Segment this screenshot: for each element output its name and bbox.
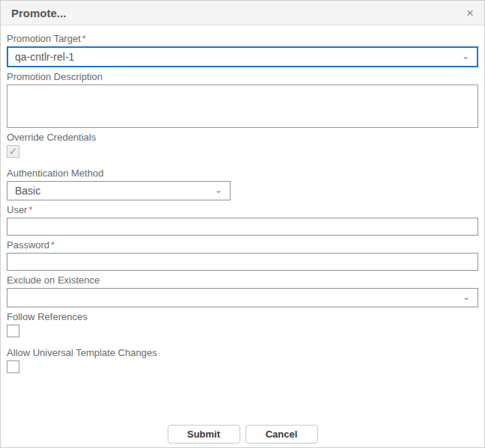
promotion-target-value: qa-cntlr-rel-1 — [15, 51, 74, 63]
close-icon[interactable]: × — [466, 7, 474, 19]
allow-universal-template-changes-group: Allow Universal Template Changes — [7, 347, 478, 373]
allow-universal-template-changes-label-text: Allow Universal Template Changes — [7, 347, 157, 358]
authentication-method-select[interactable]: Basic ⌄ — [7, 181, 231, 200]
follow-references-group: Follow References — [7, 311, 478, 337]
override-credentials-label: Override Credentials — [7, 132, 478, 143]
chevron-down-icon: ⌄ — [462, 52, 469, 61]
check-icon: ✓ — [9, 146, 18, 156]
override-credentials-group: Override Credentials ✓ — [7, 132, 478, 158]
required-asterisk: * — [82, 33, 86, 44]
promotion-description-label: Promotion Description — [7, 71, 478, 82]
password-input[interactable] — [7, 253, 478, 271]
password-label: Password* — [7, 239, 478, 251]
password-label-text: Password — [7, 239, 49, 251]
allow-universal-template-changes-checkbox[interactable] — [7, 360, 19, 373]
promote-dialog: Promote... × Promotion Target* qa-cntlr-… — [0, 0, 485, 448]
authentication-method-group: Authentication Method Basic ⌄ — [7, 168, 478, 200]
exclude-on-existence-label-text: Exclude on Existence — [7, 274, 100, 286]
password-group: Password* — [7, 239, 478, 271]
exclude-on-existence-label: Exclude on Existence — [7, 274, 478, 286]
user-label: User* — [7, 204, 478, 215]
required-asterisk: * — [28, 204, 32, 215]
required-asterisk: * — [51, 239, 55, 251]
exclude-on-existence-select[interactable]: ⌄ — [7, 288, 478, 307]
authentication-method-label-text: Authentication Method — [7, 168, 103, 179]
follow-references-label-text: Follow References — [7, 311, 88, 322]
dialog-body: Promotion Target* qa-cntlr-rel-1 ⌄ Promo… — [1, 25, 484, 373]
promotion-target-group: Promotion Target* qa-cntlr-rel-1 ⌄ — [7, 33, 478, 67]
promotion-description-textarea[interactable] — [7, 85, 478, 128]
authentication-method-value: Basic — [15, 185, 40, 197]
promotion-description-label-text: Promotion Description — [7, 71, 103, 82]
override-credentials-label-text: Override Credentials — [7, 132, 96, 143]
exclude-on-existence-group: Exclude on Existence ⌄ — [7, 274, 478, 307]
submit-button[interactable]: Submit — [168, 425, 240, 444]
chevron-down-icon: ⌄ — [463, 292, 470, 301]
dialog-title: Promote... — [11, 7, 66, 19]
dialog-header: Promote... × — [1, 1, 484, 25]
user-input[interactable] — [7, 218, 478, 236]
promotion-target-select[interactable]: qa-cntlr-rel-1 ⌄ — [7, 46, 478, 67]
cancel-button[interactable]: Cancel — [245, 425, 318, 444]
override-credentials-checkbox[interactable]: ✓ — [7, 145, 19, 158]
follow-references-label: Follow References — [7, 311, 478, 322]
promotion-target-label-text: Promotion Target — [7, 33, 81, 44]
dialog-footer: Submit Cancel — [1, 425, 484, 444]
chevron-down-icon: ⌄ — [215, 185, 222, 194]
allow-universal-template-changes-label: Allow Universal Template Changes — [7, 347, 478, 358]
follow-references-checkbox[interactable] — [7, 325, 19, 337]
user-group: User* — [7, 204, 478, 236]
promotion-description-group: Promotion Description — [7, 71, 478, 128]
user-label-text: User — [7, 204, 27, 215]
authentication-method-label: Authentication Method — [7, 168, 478, 179]
promotion-target-label: Promotion Target* — [7, 33, 478, 44]
